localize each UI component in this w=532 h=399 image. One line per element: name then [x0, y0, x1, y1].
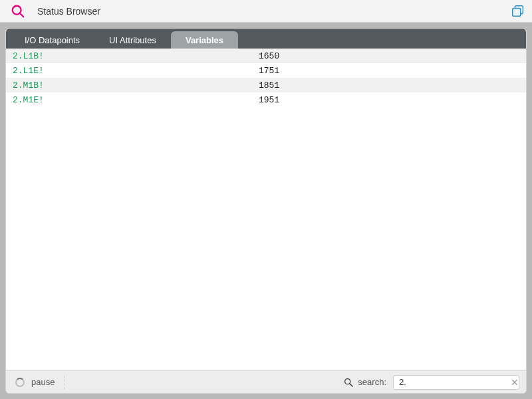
- tab-label: UI Attributes: [109, 35, 156, 45]
- var-value: 1650: [259, 51, 526, 61]
- search-box: ✕: [393, 375, 519, 390]
- svg-rect-3: [513, 8, 521, 16]
- tab-label: I/O Datapoints: [25, 35, 80, 45]
- svg-line-1: [20, 13, 24, 17]
- var-name: 2.L1E!: [6, 66, 259, 76]
- var-value: 1851: [259, 80, 526, 90]
- page-title: Status Browser: [37, 6, 100, 17]
- search-label: search:: [358, 377, 386, 387]
- table-row[interactable]: 2.L1E! 1751: [6, 63, 526, 78]
- header-bar: Status Browser: [0, 0, 532, 23]
- search-input[interactable]: [399, 377, 511, 387]
- spinner-icon: [15, 378, 25, 387]
- main-panel: I/O Datapoints UI Attributes Variables 2…: [5, 28, 527, 394]
- var-name: 2.M1B!: [6, 80, 259, 90]
- main-frame: I/O Datapoints UI Attributes Variables 2…: [0, 23, 532, 399]
- tab-variables[interactable]: Variables: [171, 31, 238, 49]
- var-value: 1951: [259, 95, 526, 105]
- windows-icon[interactable]: [511, 4, 525, 19]
- variable-table: 2.L1B! 1650 2.L1E! 1751 2.M1B! 1851 2.M1…: [6, 49, 526, 370]
- pause-button[interactable]: pause: [31, 377, 55, 387]
- tab-strip: I/O Datapoints UI Attributes Variables: [6, 29, 526, 49]
- table-row[interactable]: 2.L1B! 1650: [6, 49, 526, 63]
- tab-label: Variables: [186, 35, 223, 45]
- divider: [64, 376, 65, 389]
- var-name: 2.M1E!: [6, 95, 259, 105]
- search-icon: [343, 377, 354, 388]
- tab-io-datapoints[interactable]: I/O Datapoints: [10, 31, 94, 49]
- svg-point-4: [345, 378, 350, 384]
- table-row[interactable]: 2.M1B! 1851: [6, 78, 526, 92]
- footer-bar: pause search: ✕: [6, 370, 526, 393]
- svg-line-5: [350, 384, 352, 386]
- var-name: 2.L1B!: [6, 51, 259, 61]
- clear-search-icon[interactable]: ✕: [511, 378, 519, 387]
- search-icon: [11, 4, 25, 19]
- tab-ui-attributes[interactable]: UI Attributes: [94, 31, 171, 49]
- var-value: 1751: [259, 66, 526, 76]
- table-row[interactable]: 2.M1E! 1951: [6, 92, 526, 107]
